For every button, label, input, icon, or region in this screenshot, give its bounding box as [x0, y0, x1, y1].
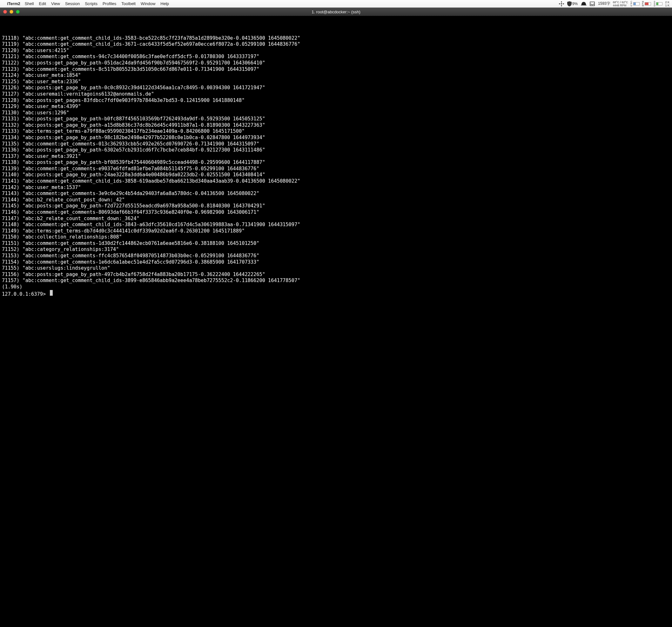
- terminal-line: 71132) "abc:posts:get_page_by_path-a15d8…: [2, 122, 670, 129]
- hat-icon[interactable]: [581, 2, 586, 6]
- terminal-line: 71136) "abc:posts:get_page_by_path-6302e…: [2, 147, 670, 153]
- elapsed-time: (1.90s): [2, 284, 670, 290]
- traffic-lights: [3, 10, 20, 14]
- net-stat[interactable]: 2 K 1 K: [665, 1, 669, 7]
- cpu-stat[interactable]: C P U: [631, 1, 640, 7]
- terminal-line: 71146) "abc:comment:get_comments-80693da…: [2, 209, 670, 216]
- terminal-line: 71144) "abc:b2_relate_count_post_down:_4…: [2, 197, 670, 203]
- terminal-line: 71143) "abc:comment:get_comments-3e9c6e2…: [2, 191, 670, 197]
- terminal-line: 71139) "abc:comment:get_comments-e9037e6…: [2, 166, 670, 172]
- terminal-line: 71156) "abc:posts:get_page_by_path-497cb…: [2, 271, 670, 278]
- terminal-line: 71154) "abc:comment:get_comments-1e6dc6a…: [2, 259, 670, 266]
- menu-edit[interactable]: Edit: [39, 1, 46, 6]
- terminal-line: 71140) "abc:posts:get_page_by_path-24ae3…: [2, 172, 670, 178]
- terminal-line: 71150) "abc:collection_relationships:808…: [2, 234, 670, 240]
- menu-help[interactable]: Help: [160, 1, 169, 6]
- terminal-line: 71120) "abc:users:4215": [2, 48, 670, 54]
- char-count[interactable]: 1593字: [598, 1, 610, 6]
- menu-session[interactable]: Session: [65, 1, 80, 6]
- close-button[interactable]: [3, 10, 7, 14]
- window-titlebar[interactable]: 1. root@abcdocker:~ (ssh): [0, 8, 672, 16]
- menu-toolbelt[interactable]: Toolbelt: [121, 1, 136, 6]
- window-title: 1. root@abcdocker:~ (ssh): [0, 9, 672, 14]
- terminal-line: 71138) "abc:posts:get_page_by_path-bf085…: [2, 160, 670, 166]
- terminal-line: 71118) "abc:comment:get_comment_child_id…: [2, 35, 670, 42]
- terminal-line: 71155) "abc:userslugs:lindseygrullon": [2, 265, 670, 271]
- terminal-line: 71151) "abc:comment:get_comments-1d30d2f…: [2, 240, 670, 247]
- temp-stat[interactable]: 68°C / 62°C 4448 RPM: [613, 1, 628, 7]
- terminal-line: 71148) "abc:comment:get_comment_child_id…: [2, 222, 670, 228]
- zoom-button[interactable]: [16, 10, 20, 14]
- ssd-meter: [656, 2, 663, 5]
- menu-scripts[interactable]: Scripts: [85, 1, 97, 6]
- shield-percent: 9%: [572, 2, 578, 6]
- terminal-line: 71129) "abc:user_meta:4399": [2, 103, 670, 110]
- terminal-line: 71142) "abc:user_meta:1537": [2, 185, 670, 191]
- cpu-label: C P U: [631, 1, 632, 7]
- terminal-line: 71152) "abc:category_relationships:3174": [2, 246, 670, 253]
- terminal-line: 71128) "abc:posts:get_pages-83fdbcc7fdf0…: [2, 97, 670, 104]
- terminal-line: 71131) "abc:posts:get_page_by_path-b0fc8…: [2, 116, 670, 122]
- mem-label: M E M: [642, 1, 644, 7]
- terminal-line: 71157) "abc:comment:get_comment_child_id…: [2, 278, 670, 284]
- terminal-line: 71122) "abc:posts:get_page_by_path-051da…: [2, 60, 670, 66]
- terminal-line: 71145) "abc:posts:get_page_by_path-f2d72…: [2, 203, 670, 209]
- cursor: [50, 290, 53, 296]
- fan-icon[interactable]: [559, 1, 564, 6]
- terminal-line: 71123) "abc:comment:get_comments-8c517b8…: [2, 66, 670, 73]
- macos-menubar: iTerm2 Shell Edit View Session Scripts P…: [0, 0, 672, 8]
- menu-profiles[interactable]: Profiles: [102, 1, 116, 6]
- terminal-line: 71134) "abc:posts:get_page_by_path-98c18…: [2, 135, 670, 141]
- terminal-line: 71125) "abc:user_meta:2336": [2, 79, 670, 85]
- prompt-text: 127.0.0.1:6379>: [2, 291, 49, 297]
- menu-view[interactable]: View: [51, 1, 60, 6]
- terminal-line: 71135) "abc:comment:get_comments-013c362…: [2, 141, 670, 147]
- terminal-window: 1. root@abcdocker:~ (ssh) 71118) "abc:co…: [0, 8, 672, 627]
- terminal-line: 71130) "abc:users:1296": [2, 110, 670, 116]
- prompt-line[interactable]: 127.0.0.1:6379>: [2, 290, 670, 298]
- rpm-line: 4448 RPM: [613, 4, 628, 7]
- menu-window[interactable]: Window: [141, 1, 155, 6]
- svg-point-0: [561, 3, 562, 4]
- minimize-button[interactable]: [9, 10, 13, 14]
- terminal-line: 71149) "abc:terms:get_terms-db7d4d0c3c44…: [2, 228, 670, 235]
- ssd-label: S S D: [654, 1, 655, 7]
- temp-line: 68°C / 62°C: [613, 1, 628, 4]
- ssd-stat[interactable]: S S D: [654, 1, 663, 7]
- terminal-line: 71147) "abc:b2_relate_count_comment_down…: [2, 216, 670, 222]
- cpu-meter: [633, 2, 640, 5]
- terminal-line: 71121) "abc:comment:get_comments-94c7c34…: [2, 54, 670, 60]
- terminal-line: 71127) "abc:useremail:vernitagoins6132@a…: [2, 91, 670, 97]
- net-down: 1 K: [665, 4, 669, 7]
- app-name[interactable]: iTerm2: [7, 1, 20, 6]
- inbox-icon[interactable]: [590, 2, 595, 6]
- terminal-line: 71126) "abc:posts:get_page_by_path-0c0c8…: [2, 85, 670, 91]
- terminal-line: 71137) "abc:user_meta:3921": [2, 153, 670, 160]
- mem-meter: [645, 2, 651, 5]
- terminal-viewport[interactable]: 71118) "abc:comment:get_comment_child_id…: [0, 16, 672, 627]
- terminal-line: 71153) "abc:comment:get_comments-ffc4c85…: [2, 253, 670, 259]
- shield-icon[interactable]: 9%: [567, 1, 578, 6]
- terminal-line: 71141) "abc:comment:get_comment_child_id…: [2, 178, 670, 185]
- terminal-line: 71119) "abc:comment:get_comment_child_id…: [2, 41, 670, 48]
- net-up: 2 K: [665, 1, 669, 4]
- terminal-line: 71133) "abc:terms:get_terms-a79f88ac9599…: [2, 128, 670, 135]
- menu-shell[interactable]: Shell: [25, 1, 34, 6]
- mem-stat[interactable]: M E M: [642, 1, 651, 7]
- terminal-line: 71124) "abc:user_meta:1854": [2, 72, 670, 79]
